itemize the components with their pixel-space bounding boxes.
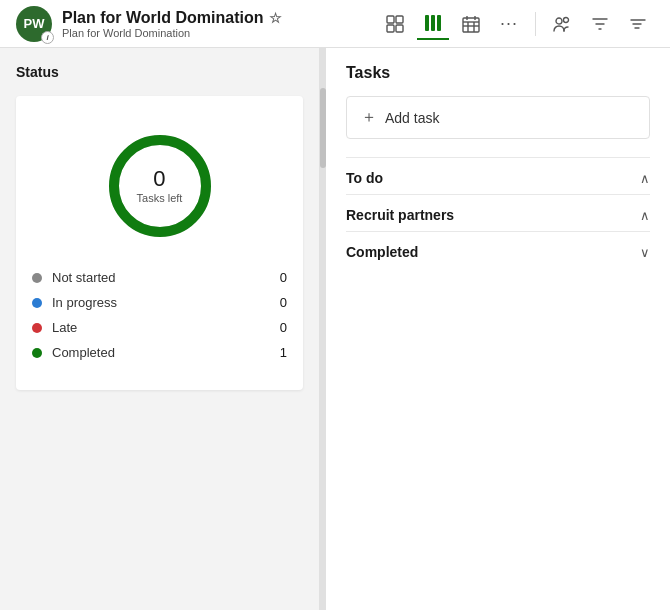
more-icon: ··· — [500, 13, 518, 34]
late-dot — [32, 323, 42, 333]
late-label: Late — [52, 320, 272, 335]
todo-section-label: To do — [346, 170, 383, 186]
legend-late: Late 0 — [32, 320, 287, 335]
people-icon — [553, 15, 571, 33]
tasks-left-count: 0 — [137, 168, 183, 190]
board-icon — [424, 14, 442, 32]
sidebar-title: Status — [16, 64, 303, 80]
legend-completed: Completed 1 — [32, 345, 287, 360]
recruit-chevron-icon: ∧ — [640, 208, 650, 223]
people-button[interactable] — [546, 8, 578, 40]
donut-chart-container: 0 Tasks left — [32, 126, 287, 246]
scroll-thumb[interactable] — [320, 88, 326, 168]
sort-button[interactable] — [622, 8, 654, 40]
svg-point-15 — [564, 17, 569, 22]
board-view-button[interactable] — [417, 8, 449, 40]
info-icon: i — [41, 31, 54, 44]
tasks-panel-title: Tasks — [346, 64, 650, 82]
tasks-left-label: Tasks left — [137, 192, 183, 204]
donut-center: 0 Tasks left — [137, 168, 183, 204]
not-started-dot — [32, 273, 42, 283]
calendar-view-button[interactable] — [455, 8, 487, 40]
svg-rect-1 — [396, 16, 403, 23]
todo-chevron-icon: ∧ — [640, 171, 650, 186]
svg-rect-6 — [437, 15, 441, 31]
svg-point-14 — [556, 18, 562, 24]
add-task-label: Add task — [385, 110, 439, 126]
calendar-icon — [462, 15, 480, 33]
page-title: Plan for World Domination — [62, 9, 263, 27]
in-progress-label: In progress — [52, 295, 272, 310]
status-legend: Not started 0 In progress 0 Late 0 Compl… — [32, 270, 287, 360]
recruit-section-label: Recruit partners — [346, 207, 454, 223]
toolbar-separator — [535, 12, 536, 36]
main-content: Status 0 Tasks left — [0, 48, 670, 610]
avatar[interactable]: PW i — [16, 6, 52, 42]
header-actions: ··· — [379, 8, 654, 40]
plus-icon: ＋ — [361, 107, 377, 128]
page-title-row: Plan for World Domination ☆ — [62, 9, 379, 27]
sidebar: Status 0 Tasks left — [0, 48, 320, 610]
more-options-button[interactable]: ··· — [493, 8, 525, 40]
in-progress-count: 0 — [280, 295, 287, 310]
grid-icon — [386, 15, 404, 33]
legend-in-progress: In progress 0 — [32, 295, 287, 310]
section-recruit-partners[interactable]: Recruit partners ∧ — [346, 194, 650, 231]
svg-rect-3 — [396, 25, 403, 32]
completed-chevron-icon: ∨ — [640, 245, 650, 260]
completed-count: 1 — [280, 345, 287, 360]
not-started-label: Not started — [52, 270, 272, 285]
star-icon[interactable]: ☆ — [269, 10, 282, 26]
sort-icon — [629, 15, 647, 33]
header: PW i Plan for World Domination ☆ Plan fo… — [0, 0, 670, 48]
late-count: 0 — [280, 320, 287, 335]
tasks-panel: Tasks ＋ Add task To do ∧ Recruit partner… — [326, 48, 670, 610]
completed-section-label: Completed — [346, 244, 418, 260]
title-area: Plan for World Domination ☆ Plan for Wor… — [62, 9, 379, 39]
add-task-button[interactable]: ＋ Add task — [346, 96, 650, 139]
completed-label: Completed — [52, 345, 272, 360]
svg-rect-5 — [431, 15, 435, 31]
filter-icon — [591, 15, 609, 33]
avatar-initials: PW — [24, 16, 45, 31]
in-progress-dot — [32, 298, 42, 308]
section-completed[interactable]: Completed ∨ — [346, 231, 650, 268]
grid-view-button[interactable] — [379, 8, 411, 40]
page-subtitle: Plan for World Domination — [62, 27, 379, 39]
completed-dot — [32, 348, 42, 358]
scrollbar-divider — [320, 48, 326, 610]
svg-rect-2 — [387, 25, 394, 32]
not-started-count: 0 — [280, 270, 287, 285]
svg-rect-0 — [387, 16, 394, 23]
filter-button[interactable] — [584, 8, 616, 40]
legend-not-started: Not started 0 — [32, 270, 287, 285]
status-card: 0 Tasks left Not started 0 In progress 0 — [16, 96, 303, 390]
svg-rect-4 — [425, 15, 429, 31]
donut-chart: 0 Tasks left — [100, 126, 220, 246]
svg-rect-7 — [463, 18, 479, 32]
section-todo[interactable]: To do ∧ — [346, 157, 650, 194]
